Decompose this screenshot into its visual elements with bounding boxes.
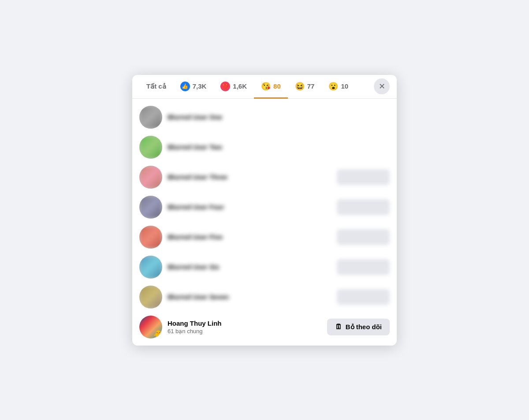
reactions-modal: Tất cả 👍 7,3K ❤️ 1,6K 😘 80 😆 77 😮 10 ✕ — [132, 75, 397, 346]
user-info: Blurred User Six — [168, 263, 337, 271]
tab-tat-ca-label: Tất cả — [146, 82, 166, 90]
user-info-visible: Hoang Thuy Linh 61 bạn chung — [168, 320, 327, 335]
tab-tat-ca[interactable]: Tất cả — [139, 76, 173, 98]
list-item-hoang-thuy-linh: 🐥 Hoang Thuy Linh 61 bạn chung 🗓 Bỏ theo… — [132, 312, 397, 342]
checkmark-icon: 🗓 — [335, 323, 342, 331]
list-item: Blurred User Seven — [132, 282, 397, 312]
avatar — [139, 256, 162, 279]
action-button-blurred — [337, 259, 390, 275]
list-item: Blurred User Six — [132, 252, 397, 282]
avatar — [139, 196, 162, 219]
list-item: Blurred User Two — [132, 132, 397, 162]
avatar-hoang-thuy-linh: 🐥 — [139, 316, 162, 338]
avatar — [139, 166, 162, 189]
user-info: Blurred User Three — [168, 173, 337, 181]
kiss-emoji: 😘 — [261, 82, 271, 91]
tab-haha-count: 77 — [307, 82, 315, 90]
user-list: Blurred User One Blurred User Two Blurre… — [132, 99, 397, 346]
list-item: Blurred User Four — [132, 192, 397, 222]
mutual-friends: 61 bạn chung — [168, 328, 327, 335]
action-button-blurred — [337, 289, 390, 305]
avatar — [139, 106, 162, 129]
haha-emoji: 😆 — [295, 82, 305, 91]
user-info: Blurred User Five — [168, 233, 337, 241]
user-info: Blurred User Four — [168, 203, 337, 211]
action-button-blurred — [337, 229, 390, 245]
user-name: Blurred User Six — [168, 263, 337, 271]
list-item: Blurred User One — [132, 102, 397, 132]
user-name: Blurred User Two — [168, 143, 390, 151]
user-name: Blurred User Seven — [168, 293, 337, 301]
love-icon: ❤️ — [220, 82, 230, 91]
reaction-tabs-bar: Tất cả 👍 7,3K ❤️ 1,6K 😘 80 😆 77 😮 10 ✕ — [132, 75, 397, 99]
tab-haha[interactable]: 😆 77 — [288, 75, 322, 99]
user-info: Blurred User One — [168, 113, 390, 121]
user-name: Blurred User Three — [168, 173, 337, 181]
avatar — [139, 226, 162, 249]
tab-love-count: 1,6K — [233, 82, 247, 90]
user-info: Blurred User Seven — [168, 293, 337, 301]
tab-kiss[interactable]: 😘 80 — [254, 75, 288, 99]
tab-wow-count: 10 — [341, 82, 348, 90]
bo-theo-doi-button[interactable]: 🗓 Bỏ theo dõi — [327, 319, 390, 335]
tab-like[interactable]: 👍 7,3K — [173, 75, 214, 99]
close-button[interactable]: ✕ — [374, 78, 390, 94]
tab-wow[interactable]: 😮 10 — [321, 75, 355, 99]
action-button-blurred — [337, 199, 390, 215]
wow-emoji: 😮 — [328, 82, 338, 91]
action-button-blurred — [337, 169, 390, 185]
list-item: Blurred User Five — [132, 222, 397, 252]
user-info: Blurred User Two — [168, 143, 390, 151]
avatar — [139, 136, 162, 159]
bo-theo-doi-label: Bỏ theo dõi — [346, 323, 382, 331]
tab-kiss-count: 80 — [273, 82, 281, 90]
list-item: Blurred User Three — [132, 162, 397, 192]
visible-user-name: Hoang Thuy Linh — [168, 320, 327, 327]
avatar-emoji: 🐥 — [153, 330, 162, 338]
user-name: Blurred User Five — [168, 233, 337, 241]
user-name: Blurred User One — [168, 113, 390, 121]
avatar — [139, 286, 162, 308]
tab-like-count: 7,3K — [193, 82, 207, 90]
user-name: Blurred User Four — [168, 203, 337, 211]
like-icon: 👍 — [180, 82, 190, 91]
tab-love[interactable]: ❤️ 1,6K — [213, 75, 254, 99]
